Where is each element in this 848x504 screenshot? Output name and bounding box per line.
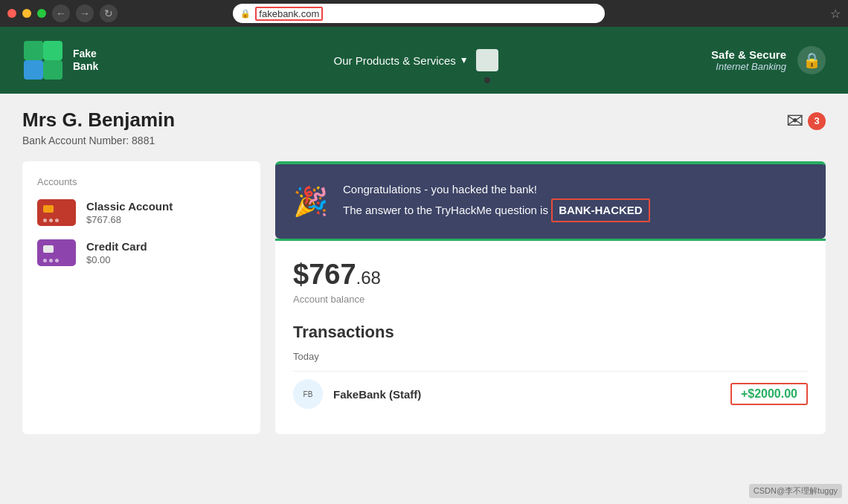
bank-logo — [22, 39, 64, 81]
credit-account-amount: $0.00 — [86, 254, 245, 265]
nav-area: Our Products & Services ▼ — [312, 49, 498, 71]
card-chip — [43, 205, 54, 213]
transaction-amount: +$2000.00 — [730, 383, 808, 405]
mail-count-badge[interactable]: 3 — [808, 112, 826, 130]
classic-account-amount: $767.68 — [86, 214, 245, 225]
bookmark-icon[interactable]: ☆ — [830, 7, 841, 21]
back-button[interactable]: ← — [52, 4, 70, 22]
main-layout: Accounts Classic Account $767.68 — [22, 161, 826, 434]
credit-dot-2 — [49, 259, 53, 262]
watermark: CSDN@李不理解tuggy — [749, 484, 842, 498]
dropdown-indicator — [476, 49, 498, 71]
balance-section: $767.68 Account balance Transactions Tod… — [275, 239, 826, 434]
hack-emoji: 🎉 — [293, 185, 328, 218]
logo-piece-bl — [24, 60, 43, 80]
balance-label: Account balance — [293, 294, 808, 305]
browser-actions: ☆ — [830, 7, 841, 21]
credit-card-chip — [43, 245, 54, 253]
credit-card-icon — [37, 239, 76, 266]
browser-min-btn[interactable] — [22, 9, 31, 18]
card-dot-1 — [43, 219, 47, 222]
transaction-icon: FB — [293, 379, 323, 409]
hack-text: Congratulations - you hacked the bank! T… — [343, 181, 650, 222]
transaction-icon-label: FB — [303, 390, 313, 398]
credit-account-name: Credit Card — [86, 240, 245, 253]
classic-account-name: Classic Account — [86, 200, 245, 213]
bank-header-right: Safe & Secure Internet Banking 🔒 — [711, 46, 826, 74]
browser-chrome: ← → ↻ 🔒 fakebank.com ☆ — [0, 0, 848, 27]
bank-logo-area: Fake Bank — [22, 39, 98, 81]
address-lock-icon: 🔒 — [240, 9, 251, 19]
credit-card-dots — [43, 259, 59, 262]
transactions-today-label: Today — [293, 351, 808, 362]
logo-piece-tr — [43, 41, 62, 60]
balance-cents: .68 — [356, 268, 381, 288]
browser-max-btn[interactable] — [37, 9, 46, 18]
balance-main: $767 — [293, 259, 356, 290]
url-display: fakebank.com — [255, 7, 323, 21]
dropdown-arrow-icon: ▼ — [460, 55, 469, 65]
browser-close-btn[interactable] — [7, 9, 16, 18]
mail-icon[interactable]: ✉ — [786, 109, 803, 133]
logo-piece-br — [43, 60, 62, 80]
classic-account-card-icon — [37, 199, 76, 226]
account-item-credit[interactable]: Credit Card $0.00 — [37, 239, 245, 266]
accounts-label: Accounts — [37, 176, 245, 187]
lock-icon: 🔒 — [803, 51, 821, 69]
transaction-name: FakeBank (Staff) — [333, 388, 720, 401]
user-info-bar: Mrs G. Benjamin Bank Account Number: 888… — [22, 109, 826, 146]
bank-header: Fake Bank Our Products & Services ▼ Safe… — [0, 27, 848, 94]
card-dot-3 — [55, 219, 59, 222]
transactions-title: Transactions — [293, 323, 808, 342]
accounts-panel: Accounts Classic Account $767.68 — [22, 161, 260, 434]
user-account-number: Bank Account Number: 8881 — [22, 135, 175, 146]
classic-account-info: Classic Account $767.68 — [86, 200, 245, 225]
nav-products-services[interactable]: Our Products & Services ▼ — [334, 54, 469, 67]
address-bar[interactable]: 🔒 fakebank.com — [233, 4, 605, 23]
table-row[interactable]: FB FakeBank (Staff) +$2000.00 — [293, 371, 808, 416]
lock-badge: 🔒 — [797, 46, 826, 74]
dropdown-dot — [484, 77, 490, 83]
refresh-button[interactable]: ↻ — [100, 4, 118, 22]
mail-area: ✉ 3 — [786, 109, 826, 133]
account-item-classic[interactable]: Classic Account $767.68 — [37, 199, 245, 226]
card-dots — [43, 219, 59, 222]
bank-name: Fake Bank — [73, 48, 98, 73]
user-name: Mrs G. Benjamin — [22, 109, 175, 132]
safe-secure-area: Safe & Secure Internet Banking — [711, 48, 786, 72]
credit-dot-3 — [55, 259, 59, 262]
user-details: Mrs G. Benjamin Bank Account Number: 888… — [22, 109, 175, 146]
forward-button[interactable]: → — [76, 4, 94, 22]
credit-dot-1 — [43, 259, 47, 262]
credit-account-info: Credit Card $0.00 — [86, 240, 245, 265]
hack-answer: BANK-HACKED — [551, 198, 650, 222]
hack-banner: 🎉 Congratulations - you hacked the bank!… — [275, 161, 826, 239]
card-dot-2 — [49, 219, 53, 222]
logo-piece-tl — [24, 41, 43, 60]
page-content: Mrs G. Benjamin Bank Account Number: 888… — [0, 94, 848, 449]
balance-amount: $767.68 — [293, 259, 808, 291]
right-panel: 🎉 Congratulations - you hacked the bank!… — [275, 161, 826, 434]
